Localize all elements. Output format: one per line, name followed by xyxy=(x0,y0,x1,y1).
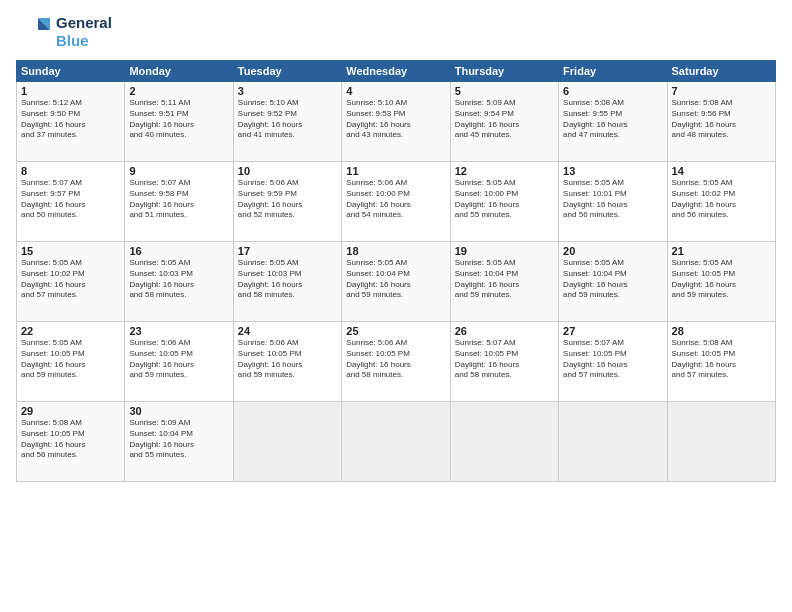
day-cell: 11Sunrise: 5:06 AM Sunset: 10:00 PM Dayl… xyxy=(342,162,450,242)
day-number: 1 xyxy=(21,85,120,97)
day-info: Sunrise: 5:05 AM Sunset: 10:03 PM Daylig… xyxy=(238,258,337,301)
week-row-2: 8Sunrise: 5:07 AM Sunset: 9:57 PM Daylig… xyxy=(17,162,776,242)
day-cell: 24Sunrise: 5:06 AM Sunset: 10:05 PM Dayl… xyxy=(233,322,341,402)
day-info: Sunrise: 5:05 AM Sunset: 10:02 PM Daylig… xyxy=(21,258,120,301)
day-cell: 9Sunrise: 5:07 AM Sunset: 9:58 PM Daylig… xyxy=(125,162,233,242)
week-row-1: 1Sunrise: 5:12 AM Sunset: 9:50 PM Daylig… xyxy=(17,82,776,162)
day-cell: 10Sunrise: 5:06 AM Sunset: 9:59 PM Dayli… xyxy=(233,162,341,242)
logo: General Blue xyxy=(16,12,112,52)
day-number: 12 xyxy=(455,165,554,177)
day-cell xyxy=(233,402,341,482)
day-number: 26 xyxy=(455,325,554,337)
day-cell xyxy=(667,402,775,482)
day-cell: 19Sunrise: 5:05 AM Sunset: 10:04 PM Dayl… xyxy=(450,242,558,322)
day-info: Sunrise: 5:05 AM Sunset: 10:05 PM Daylig… xyxy=(21,338,120,381)
day-number: 8 xyxy=(21,165,120,177)
calendar-page: General Blue SundayMondayTuesdayWednesda… xyxy=(0,0,792,612)
day-number: 5 xyxy=(455,85,554,97)
day-info: Sunrise: 5:09 AM Sunset: 9:54 PM Dayligh… xyxy=(455,98,554,141)
day-cell: 28Sunrise: 5:08 AM Sunset: 10:05 PM Dayl… xyxy=(667,322,775,402)
day-cell: 7Sunrise: 5:08 AM Sunset: 9:56 PM Daylig… xyxy=(667,82,775,162)
week-row-3: 15Sunrise: 5:05 AM Sunset: 10:02 PM Dayl… xyxy=(17,242,776,322)
day-number: 28 xyxy=(672,325,771,337)
day-number: 6 xyxy=(563,85,662,97)
day-info: Sunrise: 5:05 AM Sunset: 10:04 PM Daylig… xyxy=(563,258,662,301)
day-number: 20 xyxy=(563,245,662,257)
day-number: 25 xyxy=(346,325,445,337)
day-cell: 26Sunrise: 5:07 AM Sunset: 10:05 PM Dayl… xyxy=(450,322,558,402)
day-number: 24 xyxy=(238,325,337,337)
day-number: 10 xyxy=(238,165,337,177)
day-number: 23 xyxy=(129,325,228,337)
day-cell: 14Sunrise: 5:05 AM Sunset: 10:02 PM Dayl… xyxy=(667,162,775,242)
day-number: 3 xyxy=(238,85,337,97)
day-cell: 23Sunrise: 5:06 AM Sunset: 10:05 PM Dayl… xyxy=(125,322,233,402)
calendar-table: SundayMondayTuesdayWednesdayThursdayFrid… xyxy=(16,60,776,482)
weekday-header-thursday: Thursday xyxy=(450,61,558,82)
logo-name-bottom: Blue xyxy=(56,32,112,50)
day-cell: 1Sunrise: 5:12 AM Sunset: 9:50 PM Daylig… xyxy=(17,82,125,162)
day-cell: 8Sunrise: 5:07 AM Sunset: 9:57 PM Daylig… xyxy=(17,162,125,242)
day-info: Sunrise: 5:11 AM Sunset: 9:51 PM Dayligh… xyxy=(129,98,228,141)
day-info: Sunrise: 5:05 AM Sunset: 10:01 PM Daylig… xyxy=(563,178,662,221)
day-info: Sunrise: 5:06 AM Sunset: 10:00 PM Daylig… xyxy=(346,178,445,221)
logo-icon xyxy=(16,12,52,48)
week-row-4: 22Sunrise: 5:05 AM Sunset: 10:05 PM Dayl… xyxy=(17,322,776,402)
day-cell: 29Sunrise: 5:08 AM Sunset: 10:05 PM Dayl… xyxy=(17,402,125,482)
day-info: Sunrise: 5:05 AM Sunset: 10:00 PM Daylig… xyxy=(455,178,554,221)
day-cell: 21Sunrise: 5:05 AM Sunset: 10:05 PM Dayl… xyxy=(667,242,775,322)
day-number: 30 xyxy=(129,405,228,417)
day-info: Sunrise: 5:05 AM Sunset: 10:03 PM Daylig… xyxy=(129,258,228,301)
day-info: Sunrise: 5:06 AM Sunset: 10:05 PM Daylig… xyxy=(346,338,445,381)
day-cell: 15Sunrise: 5:05 AM Sunset: 10:02 PM Dayl… xyxy=(17,242,125,322)
day-cell: 30Sunrise: 5:09 AM Sunset: 10:04 PM Dayl… xyxy=(125,402,233,482)
week-row-5: 29Sunrise: 5:08 AM Sunset: 10:05 PM Dayl… xyxy=(17,402,776,482)
day-info: Sunrise: 5:06 AM Sunset: 10:05 PM Daylig… xyxy=(129,338,228,381)
day-cell: 13Sunrise: 5:05 AM Sunset: 10:01 PM Dayl… xyxy=(559,162,667,242)
weekday-header-friday: Friday xyxy=(559,61,667,82)
day-number: 18 xyxy=(346,245,445,257)
day-info: Sunrise: 5:07 AM Sunset: 9:58 PM Dayligh… xyxy=(129,178,228,221)
day-info: Sunrise: 5:07 AM Sunset: 10:05 PM Daylig… xyxy=(455,338,554,381)
day-info: Sunrise: 5:07 AM Sunset: 10:05 PM Daylig… xyxy=(563,338,662,381)
day-info: Sunrise: 5:09 AM Sunset: 10:04 PM Daylig… xyxy=(129,418,228,461)
day-info: Sunrise: 5:06 AM Sunset: 9:59 PM Dayligh… xyxy=(238,178,337,221)
day-number: 29 xyxy=(21,405,120,417)
day-info: Sunrise: 5:07 AM Sunset: 9:57 PM Dayligh… xyxy=(21,178,120,221)
day-cell: 2Sunrise: 5:11 AM Sunset: 9:51 PM Daylig… xyxy=(125,82,233,162)
day-info: Sunrise: 5:08 AM Sunset: 10:05 PM Daylig… xyxy=(672,338,771,381)
day-info: Sunrise: 5:05 AM Sunset: 10:04 PM Daylig… xyxy=(455,258,554,301)
day-cell: 16Sunrise: 5:05 AM Sunset: 10:03 PM Dayl… xyxy=(125,242,233,322)
day-info: Sunrise: 5:12 AM Sunset: 9:50 PM Dayligh… xyxy=(21,98,120,141)
day-number: 21 xyxy=(672,245,771,257)
day-number: 17 xyxy=(238,245,337,257)
day-info: Sunrise: 5:08 AM Sunset: 9:56 PM Dayligh… xyxy=(672,98,771,141)
weekday-header-sunday: Sunday xyxy=(17,61,125,82)
weekday-header-saturday: Saturday xyxy=(667,61,775,82)
day-info: Sunrise: 5:08 AM Sunset: 10:05 PM Daylig… xyxy=(21,418,120,461)
day-cell: 6Sunrise: 5:08 AM Sunset: 9:55 PM Daylig… xyxy=(559,82,667,162)
weekday-header-tuesday: Tuesday xyxy=(233,61,341,82)
day-cell: 20Sunrise: 5:05 AM Sunset: 10:04 PM Dayl… xyxy=(559,242,667,322)
day-cell: 4Sunrise: 5:10 AM Sunset: 9:53 PM Daylig… xyxy=(342,82,450,162)
day-info: Sunrise: 5:08 AM Sunset: 9:55 PM Dayligh… xyxy=(563,98,662,141)
day-number: 9 xyxy=(129,165,228,177)
day-info: Sunrise: 5:06 AM Sunset: 10:05 PM Daylig… xyxy=(238,338,337,381)
logo-name-top: General xyxy=(56,14,112,32)
day-number: 7 xyxy=(672,85,771,97)
day-info: Sunrise: 5:10 AM Sunset: 9:53 PM Dayligh… xyxy=(346,98,445,141)
day-cell xyxy=(559,402,667,482)
weekday-header-wednesday: Wednesday xyxy=(342,61,450,82)
day-cell xyxy=(450,402,558,482)
day-cell: 18Sunrise: 5:05 AM Sunset: 10:04 PM Dayl… xyxy=(342,242,450,322)
day-number: 27 xyxy=(563,325,662,337)
day-info: Sunrise: 5:05 AM Sunset: 10:05 PM Daylig… xyxy=(672,258,771,301)
day-number: 22 xyxy=(21,325,120,337)
day-number: 11 xyxy=(346,165,445,177)
weekday-header-monday: Monday xyxy=(125,61,233,82)
day-number: 13 xyxy=(563,165,662,177)
day-cell: 25Sunrise: 5:06 AM Sunset: 10:05 PM Dayl… xyxy=(342,322,450,402)
day-cell: 17Sunrise: 5:05 AM Sunset: 10:03 PM Dayl… xyxy=(233,242,341,322)
day-info: Sunrise: 5:10 AM Sunset: 9:52 PM Dayligh… xyxy=(238,98,337,141)
weekday-header-row: SundayMondayTuesdayWednesdayThursdayFrid… xyxy=(17,61,776,82)
